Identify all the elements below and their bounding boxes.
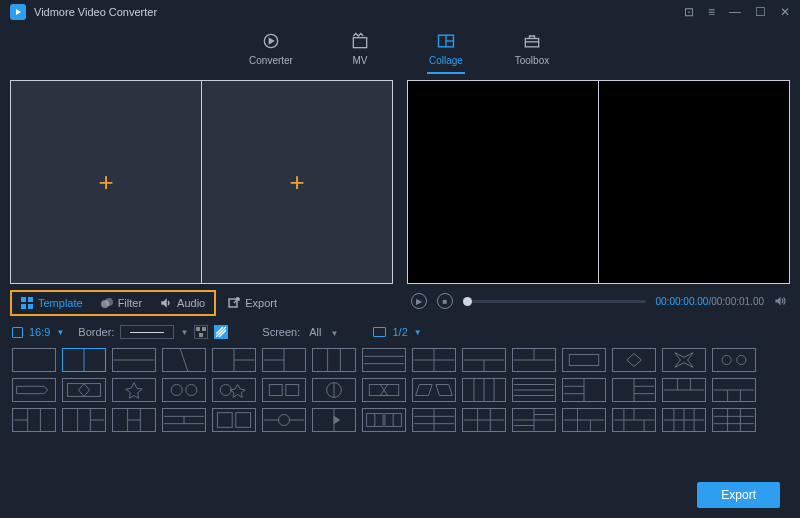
tab-template[interactable]: Template [12,292,92,314]
tab-audio[interactable]: Audio [151,292,214,314]
template-grid [0,346,800,438]
page-indicator: 1/2 [392,326,407,338]
border-pattern-picker[interactable] [214,325,228,339]
stop-button[interactable]: ■ [437,293,453,309]
template-item[interactable] [212,378,256,402]
screen-selector[interactable]: All ▼ [304,324,343,340]
template-item[interactable] [412,378,456,402]
svg-point-38 [737,355,746,364]
nav-collage-label: Collage [429,55,463,66]
svg-point-41 [186,385,197,396]
template-item[interactable] [712,408,756,432]
template-options: 16:9 ▼ Border: ▼ Screen: All ▼ 1/2 ▼ [0,318,800,346]
app-logo [10,4,26,20]
template-item[interactable] [512,348,556,372]
aspect-icon [12,327,23,338]
template-item[interactable] [512,408,556,432]
svg-rect-9 [21,304,26,309]
template-item[interactable] [312,348,356,372]
border-style-selector[interactable] [120,325,174,339]
template-item[interactable] [512,378,556,402]
template-item[interactable] [62,348,106,372]
audio-icon [160,297,172,309]
nav-collage[interactable]: Collage [427,31,465,74]
border-color-picker[interactable] [194,325,208,339]
template-item[interactable] [262,378,306,402]
template-item[interactable] [362,408,406,432]
template-item[interactable] [262,408,306,432]
minimize-icon[interactable]: — [729,5,741,19]
volume-icon[interactable] [774,295,786,307]
template-item[interactable] [612,378,656,402]
template-item[interactable] [412,348,456,372]
template-item[interactable] [312,408,356,432]
feedback-icon[interactable]: ⊡ [684,5,694,19]
template-item[interactable] [562,378,606,402]
play-button[interactable]: ▶ [411,293,427,309]
template-item[interactable] [312,378,356,402]
svg-rect-35 [569,355,598,366]
template-item[interactable] [212,348,256,372]
screen-icon [373,327,386,337]
template-item[interactable] [662,378,706,402]
scrubber[interactable] [463,300,646,303]
maximize-icon[interactable]: ☐ [755,5,766,19]
template-item[interactable] [362,348,406,372]
template-item[interactable] [12,378,56,402]
svg-rect-14 [199,333,203,337]
svg-rect-78 [218,413,233,428]
chevron-down-icon[interactable]: ▼ [180,328,188,337]
nav-converter[interactable]: Converter [249,31,293,74]
template-item[interactable] [12,348,56,372]
template-item[interactable] [412,408,456,432]
template-item[interactable] [162,408,206,432]
collage-preview: + + [10,80,393,284]
template-item[interactable] [562,408,606,432]
template-item[interactable] [462,408,506,432]
template-item[interactable] [112,378,156,402]
time-duration: 00:00:01.00 [711,296,764,307]
svg-point-37 [722,355,731,364]
aspect-selector[interactable]: 16:9 ▼ [12,326,64,338]
template-item[interactable] [662,348,706,372]
filter-icon [101,297,113,309]
template-item[interactable] [62,408,106,432]
export-button[interactable]: Export [697,482,780,508]
template-item[interactable] [662,408,706,432]
template-item[interactable] [462,378,506,402]
tab-export[interactable]: Export [216,297,289,309]
menu-icon[interactable]: ≡ [708,5,715,19]
nav-converter-label: Converter [249,55,293,66]
template-item[interactable] [212,408,256,432]
template-item[interactable] [612,408,656,432]
tab-filter[interactable]: Filter [92,292,151,314]
template-item[interactable] [162,348,206,372]
template-item[interactable] [362,378,406,402]
template-item[interactable] [562,348,606,372]
nav-toolbox[interactable]: Toolbox [513,31,551,74]
video-preview-cell-2 [599,81,789,283]
svg-rect-44 [286,385,299,396]
video-preview-cell-1 [408,81,599,283]
collage-tabs-highlight: Template Filter Audio [10,290,216,316]
template-item[interactable] [112,408,156,432]
template-item[interactable] [612,348,656,372]
template-item[interactable] [112,348,156,372]
template-item[interactable] [262,348,306,372]
tab-template-label: Template [38,297,83,309]
nav-mv[interactable]: MV [341,31,379,74]
template-item[interactable] [712,378,756,402]
template-item[interactable] [62,378,106,402]
template-item[interactable] [712,348,756,372]
template-item[interactable] [462,348,506,372]
template-item[interactable] [12,408,56,432]
svg-marker-36 [627,354,642,367]
titlebar: Vidmore Video Converter ⊡ ≡ — ☐ ✕ [0,0,800,24]
collage-cell-2[interactable]: + [202,81,392,283]
chevron-down-icon[interactable]: ▼ [414,328,422,337]
close-icon[interactable]: ✕ [780,5,790,19]
template-item[interactable] [162,378,206,402]
chevron-down-icon: ▼ [56,328,64,337]
export-icon [228,297,240,309]
collage-cell-1[interactable]: + [11,81,202,283]
